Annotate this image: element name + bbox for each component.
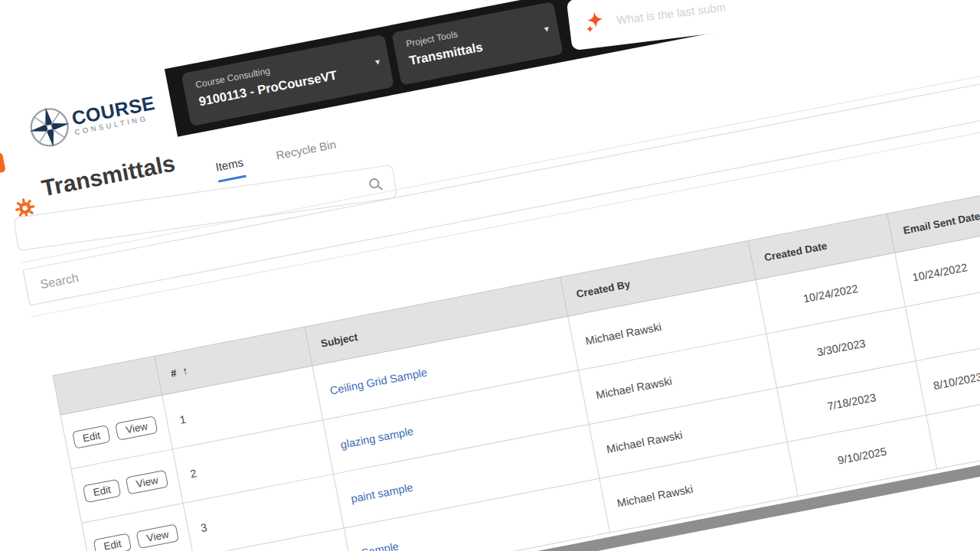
edit-button[interactable]: Edit <box>83 479 122 504</box>
project-tools-dropdown[interactable]: Project Tools Transmittals ▾ <box>391 2 563 86</box>
transmittals-table: #↑SubjectCreated ByCreated DateEmail Sen… <box>53 84 980 551</box>
chevron-down-icon: ▾ <box>374 56 381 67</box>
project-selector-dropdown[interactable]: Course Consulting 9100113 - ProCourseVT … <box>181 34 394 126</box>
view-button[interactable]: View <box>115 416 158 441</box>
company-logo: COURSE CONSULTING <box>22 75 183 158</box>
transmittals-page: COURSE CONSULTING Course Consulting 9100… <box>0 0 980 551</box>
sort-ascending-icon[interactable]: ↑ <box>181 364 189 377</box>
edit-button[interactable]: Edit <box>93 533 132 551</box>
edit-button[interactable]: Edit <box>72 425 111 449</box>
compass-icon <box>24 101 76 153</box>
ai-search-placeholder: What is the last subm <box>616 0 726 26</box>
view-button[interactable]: View <box>126 470 168 495</box>
subject-link[interactable]: paint sample <box>350 481 414 504</box>
subject-link[interactable]: Sample <box>361 540 400 551</box>
ai-search-bar[interactable]: What is the last subm <box>567 0 980 51</box>
column-label: Created By <box>576 279 632 300</box>
app-window: COURSE CONSULTING Course Consulting 9100… <box>0 0 980 551</box>
ai-spark-icon <box>582 10 607 35</box>
search-icon <box>368 176 385 194</box>
column-label: Created Date <box>763 240 828 264</box>
column-label: Subject <box>320 331 359 350</box>
page-title: Transmittals <box>40 150 178 201</box>
chevron-down-icon: ▾ <box>544 23 550 34</box>
sidebar-tool-icon[interactable] <box>0 152 6 176</box>
subject-link[interactable]: glazing sample <box>339 425 414 451</box>
view-button[interactable]: View <box>136 523 179 549</box>
column-label: Email Sent Date <box>903 210 980 236</box>
subject-link[interactable]: Ceiling Grid Sample <box>328 366 428 396</box>
tab-recycle-bin[interactable]: Recycle Bin <box>275 138 338 171</box>
tab-items[interactable]: Items <box>214 155 247 182</box>
column-label: # <box>170 367 178 379</box>
